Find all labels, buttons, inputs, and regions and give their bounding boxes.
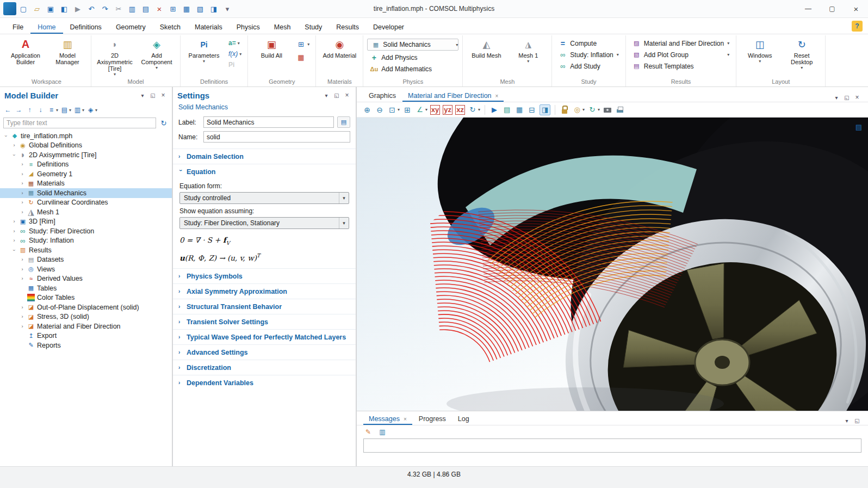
expand-arrow-icon[interactable]: › bbox=[11, 238, 17, 243]
ribbon-tab-results[interactable]: Results bbox=[329, 20, 366, 34]
ribbon-tab-file[interactable]: File bbox=[5, 20, 30, 34]
show-grid-options-button[interactable]: ▥▾ bbox=[73, 106, 84, 114]
toolbar-menu-button[interactable]: ≡▾ bbox=[47, 106, 58, 114]
section-transient-solver-settings[interactable]: ›Transient Solver Settings bbox=[173, 314, 356, 329]
maximize-icon[interactable]: ▢ bbox=[820, 0, 844, 18]
add-plot-group-button[interactable]: ▧Add Plot Group▾ bbox=[630, 50, 732, 59]
expand-arrow-icon[interactable]: › bbox=[20, 171, 25, 177]
build-all-button[interactable]: ▣Build All bbox=[252, 36, 291, 78]
go-back-button[interactable]: ← bbox=[3, 106, 13, 114]
float-panel-icon[interactable]: ◱ bbox=[332, 91, 341, 100]
tree-item-study-fiber-direction[interactable]: ›∞Study: Fiber Direction bbox=[0, 226, 172, 236]
close-panel-icon[interactable]: × bbox=[159, 91, 168, 100]
tree-item-curvilinear-coordinates[interactable]: ›↻Curvilinear Coordinates bbox=[0, 198, 172, 208]
export-image-icon[interactable]: ◨ bbox=[207, 2, 220, 15]
float-panel-icon[interactable]: ◱ bbox=[148, 91, 157, 100]
reset-desktop-button[interactable]: ↻Reset Desktop▾ bbox=[782, 36, 821, 78]
add-mathematics-button[interactable]: ΔuAdd Mathematics bbox=[367, 64, 458, 73]
tree-item-global-definitions[interactable]: ›◉Global Definitions bbox=[0, 141, 172, 151]
panel-menu-icon[interactable]: ▾ bbox=[138, 91, 147, 100]
delete-sequence-button[interactable]: ▦ bbox=[294, 52, 312, 63]
parameter-case-button[interactable]: Pi bbox=[226, 60, 244, 69]
tree-item-export[interactable]: ↥Export bbox=[0, 331, 172, 341]
expand-arrow-icon[interactable]: › bbox=[20, 324, 25, 329]
float-panel-icon[interactable]: ◱ bbox=[842, 93, 851, 102]
variables-button[interactable]: a=▾ bbox=[226, 39, 244, 47]
expand-arrow-icon[interactable]: › bbox=[20, 181, 25, 186]
copy-messages-button[interactable]: ▥ bbox=[378, 428, 387, 436]
undo-icon[interactable]: ↶ bbox=[85, 2, 98, 15]
study-inflation-button[interactable]: ∞Study: Inflation▾ bbox=[556, 50, 621, 59]
show-equation-assuming-select[interactable]: Study: Fiber Direction, Stationary ▾ bbox=[179, 217, 349, 229]
close-panel-icon[interactable]: × bbox=[853, 93, 861, 102]
solid-mechanics-button[interactable]: ▦Solid Mechanics▾ bbox=[367, 39, 458, 51]
tree-item-reports[interactable]: ✎Reports bbox=[0, 341, 172, 350]
mesh-1-button[interactable]: ◮Mesh 1▾ bbox=[509, 36, 548, 78]
move-up-button[interactable]: ↑ bbox=[25, 106, 34, 114]
result-templates-button[interactable]: ▤Result Templates bbox=[630, 61, 732, 71]
paste-icon[interactable]: ▤ bbox=[139, 2, 152, 15]
add-component-button[interactable]: ◈Add Component▾ bbox=[137, 36, 176, 78]
tree-item-definitions[interactable]: ›≡Definitions bbox=[0, 160, 172, 170]
help-button[interactable]: ? bbox=[852, 21, 863, 32]
section-physics-symbols[interactable]: ›Physics Symbols bbox=[173, 268, 356, 283]
minimize-icon[interactable]: — bbox=[796, 0, 820, 18]
parameters-button[interactable]: PiParameters▾ bbox=[184, 36, 224, 78]
expand-arrow-icon[interactable]: › bbox=[20, 209, 25, 215]
expand-arrow-icon[interactable]: › bbox=[11, 219, 17, 224]
view-yz-button[interactable]: yz bbox=[443, 105, 452, 115]
insert-sequence-button[interactable]: ⊞▾ bbox=[294, 39, 312, 50]
zoom-in-button[interactable]: ⊕ bbox=[362, 105, 372, 115]
collapse-arrow-icon[interactable]: › bbox=[11, 152, 17, 158]
tree-item-color-tables[interactable]: Color Tables bbox=[0, 293, 172, 303]
equation-form-select[interactable]: Study controlled ▾ bbox=[179, 192, 349, 204]
refresh-icon[interactable]: ↻ bbox=[159, 118, 169, 128]
tree-item-datasets[interactable]: ›▤Datasets bbox=[0, 255, 172, 265]
add-physics-button[interactable]: +Add Physics bbox=[367, 53, 458, 62]
tree-item-tire-inflation-mph[interactable]: ›◆tire_inflation.mph bbox=[0, 131, 172, 141]
application-builder-button[interactable]: AApplication Builder bbox=[6, 36, 45, 78]
save-icon[interactable]: ▣ bbox=[44, 2, 57, 15]
view-xy-button[interactable]: xy bbox=[430, 105, 440, 115]
section-discretization[interactable]: ›Discretization bbox=[173, 360, 356, 375]
copy-table-icon[interactable]: ▧ bbox=[194, 2, 207, 15]
functions-button[interactable]: f(x)▾ bbox=[226, 50, 244, 58]
view-lock-button[interactable] bbox=[560, 105, 569, 115]
copy-icon[interactable]: ▥ bbox=[126, 2, 139, 15]
view-xz-button[interactable]: xz bbox=[455, 105, 465, 115]
environment-reflections-button[interactable]: ◎▾ bbox=[572, 105, 585, 115]
save-as-icon[interactable]: ◧ bbox=[58, 2, 71, 15]
graphics-viewport[interactable]: ▤ bbox=[357, 118, 868, 411]
ribbon-tab-geometry[interactable]: Geometry bbox=[109, 20, 153, 34]
sound-button[interactable]: ▶ bbox=[489, 105, 499, 115]
add-study-button[interactable]: ∞Add Study bbox=[556, 61, 621, 71]
add-material-button[interactable]: ◉Add Material bbox=[320, 36, 359, 78]
panel-menu-icon[interactable]: ▾ bbox=[832, 93, 841, 102]
snapshot-button[interactable] bbox=[603, 105, 612, 115]
section-advanced-settings[interactable]: ›Advanced Settings bbox=[173, 344, 356, 360]
expand-arrow-icon[interactable]: › bbox=[20, 162, 25, 167]
messages-tab-messages[interactable]: Messages× bbox=[363, 412, 412, 425]
2d-axisymmetric-tire-button[interactable]: ◗2D Axisymmetric [Tire]▾ bbox=[95, 36, 134, 78]
update-scene-button[interactable]: ↻▾ bbox=[587, 105, 600, 115]
expand-arrow-icon[interactable]: › bbox=[20, 190, 25, 196]
tree-item-study-inflation[interactable]: ›∞Study: Inflation bbox=[0, 236, 172, 246]
image-to-clipboard-button[interactable]: ▤ bbox=[502, 105, 512, 115]
panel-menu-icon[interactable]: ▾ bbox=[322, 91, 331, 100]
section-axial-symmetry-approximation[interactable]: ›Axial Symmetry Approximation bbox=[173, 283, 356, 299]
ribbon-tab-materials[interactable]: Materials bbox=[188, 20, 230, 34]
close-tab-icon[interactable]: × bbox=[404, 416, 407, 422]
rename-label-button[interactable]: ▤ bbox=[337, 116, 350, 128]
show-text-options-button[interactable]: ▤▾ bbox=[60, 106, 71, 114]
expand-arrow-icon[interactable]: › bbox=[11, 143, 17, 148]
go-forward-button[interactable]: → bbox=[14, 106, 23, 114]
scene-rotation-button[interactable]: ↻▾ bbox=[468, 105, 480, 115]
tree-item-derived-values[interactable]: ›≈Derived Values bbox=[0, 274, 172, 284]
model-manager-button[interactable]: ▥Model Manager bbox=[48, 36, 87, 78]
tree-item-solid-mechanics[interactable]: ›▦Solid Mechanics bbox=[0, 188, 172, 198]
label-options-button[interactable]: ◈▾ bbox=[86, 106, 97, 114]
windows-button[interactable]: ◫Windows▾ bbox=[740, 36, 779, 78]
tree-item-3d-rim[interactable]: ›▣3D [Rim] bbox=[0, 217, 172, 227]
name-input[interactable] bbox=[203, 131, 350, 143]
zoom-box-button[interactable]: ⊡▾ bbox=[387, 105, 400, 115]
